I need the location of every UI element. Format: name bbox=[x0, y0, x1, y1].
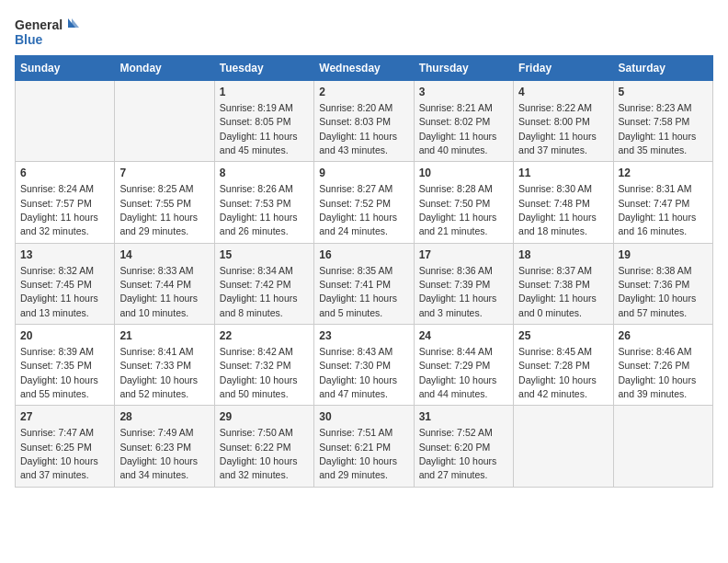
day-number: 12 bbox=[619, 166, 708, 181]
calendar-cell bbox=[613, 406, 712, 487]
day-number: 16 bbox=[319, 247, 408, 263]
calendar-week-5: 27Sunrise: 7:47 AM Sunset: 6:25 PM Dayli… bbox=[16, 406, 713, 487]
calendar-cell: 19Sunrise: 8:38 AM Sunset: 7:36 PM Dayli… bbox=[613, 243, 712, 324]
day-detail: Sunrise: 8:42 AM Sunset: 7:32 PM Dayligh… bbox=[220, 346, 298, 399]
calendar-cell: 28Sunrise: 7:49 AM Sunset: 6:23 PM Dayli… bbox=[115, 406, 214, 487]
calendar-cell: 24Sunrise: 8:44 AM Sunset: 7:29 PM Dayli… bbox=[414, 325, 513, 406]
day-detail: Sunrise: 8:46 AM Sunset: 7:26 PM Dayligh… bbox=[619, 346, 697, 399]
day-number: 5 bbox=[619, 85, 708, 100]
calendar-body: 1Sunrise: 8:19 AM Sunset: 8:05 PM Daylig… bbox=[16, 81, 713, 488]
calendar-cell: 9Sunrise: 8:27 AM Sunset: 7:52 PM Daylig… bbox=[314, 162, 414, 243]
calendar-cell: 6Sunrise: 8:24 AM Sunset: 7:57 PM Daylig… bbox=[16, 162, 115, 243]
calendar-cell: 15Sunrise: 8:34 AM Sunset: 7:42 PM Dayli… bbox=[214, 243, 313, 324]
day-detail: Sunrise: 8:39 AM Sunset: 7:35 PM Dayligh… bbox=[20, 346, 98, 399]
svg-text:General: General bbox=[15, 17, 63, 32]
day-detail: Sunrise: 8:35 AM Sunset: 7:41 PM Dayligh… bbox=[319, 265, 397, 318]
day-detail: Sunrise: 8:31 AM Sunset: 7:47 PM Dayligh… bbox=[619, 183, 697, 236]
day-number: 25 bbox=[518, 328, 608, 344]
calendar-cell: 20Sunrise: 8:39 AM Sunset: 7:35 PM Dayli… bbox=[16, 325, 115, 406]
weekday-header-friday: Friday bbox=[514, 56, 613, 81]
day-detail: Sunrise: 8:34 AM Sunset: 7:42 PM Dayligh… bbox=[220, 265, 298, 318]
day-detail: Sunrise: 8:20 AM Sunset: 8:03 PM Dayligh… bbox=[319, 102, 397, 155]
day-number: 31 bbox=[419, 409, 508, 425]
calendar-cell: 3Sunrise: 8:21 AM Sunset: 8:02 PM Daylig… bbox=[414, 81, 513, 162]
day-number: 15 bbox=[220, 247, 309, 263]
calendar-cell: 5Sunrise: 8:23 AM Sunset: 7:58 PM Daylig… bbox=[613, 81, 712, 162]
calendar-cell: 2Sunrise: 8:20 AM Sunset: 8:03 PM Daylig… bbox=[314, 81, 414, 162]
calendar-cell: 10Sunrise: 8:28 AM Sunset: 7:50 PM Dayli… bbox=[414, 162, 513, 243]
calendar-cell: 18Sunrise: 8:37 AM Sunset: 7:38 PM Dayli… bbox=[514, 243, 613, 324]
calendar-cell bbox=[16, 81, 115, 162]
calendar-cell: 30Sunrise: 7:51 AM Sunset: 6:21 PM Dayli… bbox=[314, 406, 414, 487]
calendar-cell: 11Sunrise: 8:30 AM Sunset: 7:48 PM Dayli… bbox=[514, 162, 613, 243]
day-detail: Sunrise: 7:51 AM Sunset: 6:21 PM Dayligh… bbox=[319, 427, 397, 480]
calendar-cell: 29Sunrise: 7:50 AM Sunset: 6:22 PM Dayli… bbox=[214, 406, 313, 487]
weekday-header-row: SundayMondayTuesdayWednesdayThursdayFrid… bbox=[16, 56, 713, 81]
calendar-cell: 21Sunrise: 8:41 AM Sunset: 7:33 PM Dayli… bbox=[115, 325, 214, 406]
logo-svg: General Blue bbox=[15, 15, 79, 50]
day-detail: Sunrise: 8:25 AM Sunset: 7:55 PM Dayligh… bbox=[119, 183, 198, 236]
day-number: 9 bbox=[319, 166, 408, 181]
day-detail: Sunrise: 8:32 AM Sunset: 7:45 PM Dayligh… bbox=[20, 265, 98, 318]
weekday-header-thursday: Thursday bbox=[414, 56, 513, 81]
day-detail: Sunrise: 7:52 AM Sunset: 6:20 PM Dayligh… bbox=[419, 427, 497, 480]
svg-text:Blue: Blue bbox=[15, 32, 43, 47]
day-detail: Sunrise: 8:38 AM Sunset: 7:36 PM Dayligh… bbox=[619, 265, 697, 318]
day-detail: Sunrise: 8:24 AM Sunset: 7:57 PM Dayligh… bbox=[20, 183, 98, 236]
calendar-week-2: 6Sunrise: 8:24 AM Sunset: 7:57 PM Daylig… bbox=[16, 162, 713, 243]
calendar-table: SundayMondayTuesdayWednesdayThursdayFrid… bbox=[15, 55, 713, 488]
day-number: 6 bbox=[20, 166, 109, 181]
calendar-cell bbox=[514, 406, 613, 487]
day-number: 27 bbox=[20, 409, 109, 425]
day-detail: Sunrise: 8:23 AM Sunset: 7:58 PM Dayligh… bbox=[619, 102, 697, 155]
calendar-week-1: 1Sunrise: 8:19 AM Sunset: 8:05 PM Daylig… bbox=[16, 81, 713, 162]
calendar-week-4: 20Sunrise: 8:39 AM Sunset: 7:35 PM Dayli… bbox=[16, 325, 713, 406]
calendar-cell: 8Sunrise: 8:26 AM Sunset: 7:53 PM Daylig… bbox=[214, 162, 313, 243]
day-number: 4 bbox=[518, 85, 608, 100]
day-number: 13 bbox=[20, 247, 109, 263]
day-detail: Sunrise: 8:27 AM Sunset: 7:52 PM Dayligh… bbox=[319, 183, 397, 236]
day-number: 22 bbox=[220, 328, 309, 344]
day-number: 17 bbox=[419, 247, 508, 263]
day-detail: Sunrise: 7:50 AM Sunset: 6:22 PM Dayligh… bbox=[220, 427, 298, 480]
header: General Blue bbox=[15, 15, 713, 50]
day-number: 10 bbox=[419, 166, 508, 181]
calendar-cell: 12Sunrise: 8:31 AM Sunset: 7:47 PM Dayli… bbox=[613, 162, 712, 243]
day-detail: Sunrise: 8:37 AM Sunset: 7:38 PM Dayligh… bbox=[518, 265, 597, 318]
weekday-header-sunday: Sunday bbox=[16, 56, 115, 81]
calendar-cell: 25Sunrise: 8:45 AM Sunset: 7:28 PM Dayli… bbox=[514, 325, 613, 406]
day-number: 18 bbox=[518, 247, 608, 263]
calendar-cell: 4Sunrise: 8:22 AM Sunset: 8:00 PM Daylig… bbox=[514, 81, 613, 162]
day-number: 23 bbox=[319, 328, 408, 344]
day-number: 1 bbox=[220, 85, 309, 100]
calendar-cell: 7Sunrise: 8:25 AM Sunset: 7:55 PM Daylig… bbox=[115, 162, 214, 243]
weekday-header-wednesday: Wednesday bbox=[314, 56, 414, 81]
day-number: 26 bbox=[619, 328, 708, 344]
day-number: 20 bbox=[20, 328, 109, 344]
calendar-cell: 13Sunrise: 8:32 AM Sunset: 7:45 PM Dayli… bbox=[16, 243, 115, 324]
calendar-cell: 26Sunrise: 8:46 AM Sunset: 7:26 PM Dayli… bbox=[613, 325, 712, 406]
day-detail: Sunrise: 8:21 AM Sunset: 8:02 PM Dayligh… bbox=[419, 102, 497, 155]
calendar-cell: 14Sunrise: 8:33 AM Sunset: 7:44 PM Dayli… bbox=[115, 243, 214, 324]
day-detail: Sunrise: 8:43 AM Sunset: 7:30 PM Dayligh… bbox=[319, 346, 397, 399]
day-number: 24 bbox=[419, 328, 508, 344]
day-number: 21 bbox=[119, 328, 209, 344]
day-detail: Sunrise: 8:28 AM Sunset: 7:50 PM Dayligh… bbox=[419, 183, 497, 236]
calendar-cell: 1Sunrise: 8:19 AM Sunset: 8:05 PM Daylig… bbox=[214, 81, 313, 162]
day-detail: Sunrise: 8:45 AM Sunset: 7:28 PM Dayligh… bbox=[518, 346, 597, 399]
calendar-week-3: 13Sunrise: 8:32 AM Sunset: 7:45 PM Dayli… bbox=[16, 243, 713, 324]
day-detail: Sunrise: 8:22 AM Sunset: 8:00 PM Dayligh… bbox=[518, 102, 597, 155]
weekday-header-monday: Monday bbox=[115, 56, 214, 81]
day-number: 3 bbox=[419, 85, 508, 100]
day-number: 14 bbox=[119, 247, 209, 263]
day-detail: Sunrise: 8:30 AM Sunset: 7:48 PM Dayligh… bbox=[518, 183, 597, 236]
weekday-header-tuesday: Tuesday bbox=[214, 56, 313, 81]
day-detail: Sunrise: 8:36 AM Sunset: 7:39 PM Dayligh… bbox=[419, 265, 497, 318]
day-number: 29 bbox=[220, 409, 309, 425]
day-number: 8 bbox=[220, 166, 309, 181]
calendar-cell: 31Sunrise: 7:52 AM Sunset: 6:20 PM Dayli… bbox=[414, 406, 513, 487]
day-number: 11 bbox=[518, 166, 608, 181]
day-detail: Sunrise: 8:26 AM Sunset: 7:53 PM Dayligh… bbox=[220, 183, 298, 236]
day-detail: Sunrise: 8:41 AM Sunset: 7:33 PM Dayligh… bbox=[119, 346, 198, 399]
calendar-cell bbox=[115, 81, 214, 162]
